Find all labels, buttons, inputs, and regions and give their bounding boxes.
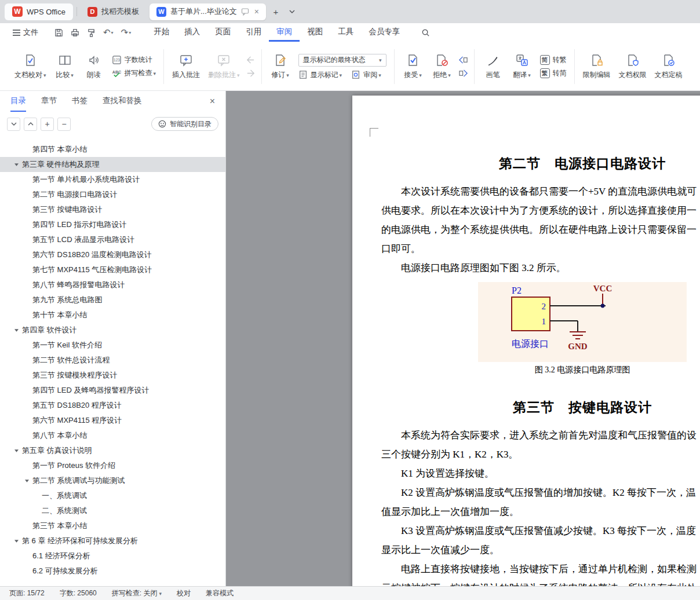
track-changes-button[interactable]: 修订 — [266, 45, 295, 89]
format-painter-icon[interactable] — [87, 28, 96, 37]
search-icon[interactable] — [421, 28, 430, 37]
tab-list-chevron-icon[interactable] — [286, 5, 298, 18]
toc-item[interactable]: 二、系统测试 — [0, 503, 225, 518]
undo-button[interactable]: ↶▾ — [103, 27, 114, 38]
toc-item[interactable]: 第三节 按键模块程序设计 — [0, 368, 225, 383]
toc-item[interactable]: 第六节 MXP4115 程序设计 — [0, 413, 225, 428]
redo-caret-icon[interactable]: ▾ — [129, 30, 131, 35]
zoom-out-level-button[interactable]: − — [57, 118, 71, 131]
ribbon-tab[interactable]: 引用 — [238, 23, 269, 42]
toc-item[interactable]: 第六节 DS18B20 温度检测电路设计 — [0, 247, 225, 262]
tab-document[interactable]: W 基于单片...毕业论文 × — [150, 3, 266, 20]
expand-arrow-icon[interactable] — [14, 163, 22, 167]
ribbon-tab[interactable]: 会员专享 — [361, 23, 407, 42]
expand-arrow-icon[interactable] — [14, 328, 22, 332]
print-icon[interactable] — [71, 28, 79, 37]
toc-item[interactable]: 第三章 硬件结构及原理 — [0, 157, 225, 172]
insert-comment-button[interactable]: 插入批注 — [168, 45, 204, 89]
doc-proofing-button[interactable]: 文档校对 — [10, 45, 50, 89]
document-canvas[interactable]: 第二节 电源接口电路设计 本次设计系统需要供电的设备都只需要一个+5V 的直流电… — [226, 91, 700, 586]
toc-item[interactable]: 第十节 本章小结 — [0, 308, 225, 323]
page-indicator[interactable]: 页面: 15/72 — [9, 588, 45, 598]
zoom-in-level-button[interactable]: + — [41, 118, 54, 131]
toc-item[interactable]: 6.1 经济环保分析 — [0, 548, 225, 564]
toc-item[interactable]: 第一节 Proteus 软件介绍 — [0, 458, 225, 473]
expand-arrow-icon[interactable] — [14, 449, 22, 453]
review-options-button[interactable]: 审阅 — [351, 70, 381, 80]
save-icon[interactable] — [54, 28, 63, 37]
track-changes-icon — [274, 53, 287, 67]
panel-tab[interactable]: 查找和替换 — [103, 91, 142, 112]
toc-item[interactable]: 第五章 仿真设计说明 — [0, 443, 225, 458]
close-panel-icon[interactable]: × — [210, 97, 215, 106]
ribbon-tab[interactable]: 插入 — [177, 23, 207, 42]
word-count-button[interactable]: 123 字数统计 — [112, 55, 156, 65]
svg-text:ABC: ABC — [112, 70, 121, 75]
collapse-all-button[interactable] — [7, 118, 20, 131]
proofread-button[interactable]: 校对 — [177, 588, 191, 598]
read-aloud-button[interactable]: 朗读 — [79, 45, 108, 89]
file-menu-button[interactable]: 文件 — [9, 27, 42, 38]
toc-item[interactable]: 第二节 系统调试与功能测试 — [0, 473, 225, 488]
compare-button[interactable]: 比较 — [50, 45, 79, 89]
compat-mode-indicator[interactable]: 兼容模式 — [206, 588, 234, 598]
toc-item[interactable]: 第 6 章 经济环保和可持续发展分析 — [0, 533, 225, 548]
ink-pen-button[interactable]: 画笔 — [479, 45, 508, 89]
markup-state-select[interactable]: 显示标记的最终状态 — [298, 54, 387, 67]
ribbon-tab[interactable]: 开始 — [146, 23, 177, 42]
accept-revision-button[interactable]: 接受 — [399, 45, 428, 89]
toc-item[interactable]: 第五节 DS18B20 程序设计 — [0, 398, 225, 413]
toc-item[interactable]: 第四节 本章小结 — [0, 142, 225, 157]
toc-item[interactable]: 第一节 Keil 软件介绍 — [0, 338, 225, 353]
show-markup-button[interactable]: 显示标记 — [298, 70, 342, 80]
toc-item[interactable]: 一、系统调试 — [0, 488, 225, 503]
redo-button[interactable]: ↷▾ — [121, 27, 132, 38]
ribbon-tab[interactable]: 工具 — [330, 23, 361, 42]
toc-item[interactable]: 第一节 单片机最小系统电路设计 — [0, 172, 225, 187]
toc-item[interactable]: 第三节 按键电路设计 — [0, 202, 225, 217]
panel-tab[interactable]: 书签 — [72, 91, 88, 112]
toc-item[interactable]: 第四章 软件设计 — [0, 323, 225, 338]
tab-docer-template[interactable]: D 找稻壳模板 — [81, 3, 146, 20]
undo-caret-icon[interactable]: ▾ — [111, 30, 114, 35]
toc-item[interactable]: 第九节 系统总电路图 — [0, 292, 225, 308]
spell-check-button[interactable]: ABC 拼写检查 — [112, 68, 156, 78]
ribbon-tab[interactable]: 视图 — [300, 23, 330, 42]
toc-item[interactable]: 第四节 LED 指示灯电路设计 — [0, 217, 225, 232]
ribbon-tab[interactable]: 审阅 — [269, 23, 300, 42]
spell-check-status[interactable]: 拼写检查: 关闭 — [112, 588, 162, 598]
wps-home-tab[interactable]: W WPS Office — [5, 3, 73, 20]
previous-comment-icon — [246, 56, 256, 64]
translate-button[interactable]: 翻译 — [508, 45, 537, 89]
reject-revision-button[interactable]: 拒绝 — [428, 45, 457, 89]
new-tab-button[interactable]: + — [269, 5, 282, 18]
toc-item[interactable]: 第四节 LED 及蜂鸣器报警程序设计 — [0, 383, 225, 398]
finalize-document-button[interactable]: 文档定稿 — [651, 45, 687, 89]
toc-item[interactable]: 第二节 软件总设计流程 — [0, 353, 225, 368]
simplified-to-traditional-button[interactable]: 简 转繁 — [540, 55, 567, 65]
toc-item[interactable]: 第八节 蜂鸣器报警电路设计 — [0, 277, 225, 292]
toc-item[interactable]: 第三节 本章小结 — [0, 518, 225, 533]
document-page[interactable]: 第二节 电源接口电路设计 本次设计系统需要供电的设备都只需要一个+5V 的直流电… — [352, 96, 700, 586]
expand-arrow-icon[interactable] — [14, 539, 22, 543]
toc-item[interactable]: 第七节 MXP4115 气压检测电路设计 — [0, 262, 225, 277]
toc-item[interactable]: 第二节 电源接口电路设计 — [0, 187, 225, 202]
restrict-editing-button[interactable]: 限制编辑 — [579, 45, 615, 89]
close-tab-icon[interactable]: × — [254, 8, 259, 16]
next-revision-icon[interactable] — [458, 69, 468, 78]
panel-tab[interactable]: 章节 — [41, 91, 57, 112]
ribbon-tab[interactable]: 页面 — [207, 23, 238, 42]
wps-window: W WPS Office D 找稻壳模板 W 基于单片...毕业论文 × + 文… — [0, 0, 700, 600]
smart-toc-button[interactable]: 智能识别目录 — [151, 117, 218, 131]
toc-item[interactable]: 第八节 本章小结 — [0, 428, 225, 443]
expand-arrow-icon[interactable] — [24, 479, 32, 483]
word-count-indicator[interactable]: 字数: 25060 — [60, 588, 97, 598]
hamburger-icon — [13, 30, 20, 36]
toc-item[interactable]: 第五节 LCD 液晶显示电路设计 — [0, 232, 225, 247]
previous-revision-icon[interactable] — [458, 56, 468, 64]
toc-item[interactable]: 6.2 可持续发展分析 — [0, 564, 225, 579]
traditional-to-simplified-button[interactable]: 繁 转简 — [540, 68, 567, 78]
panel-tab[interactable]: 目录 — [10, 91, 26, 112]
expand-all-button[interactable] — [24, 118, 37, 131]
document-permission-button[interactable]: 文档权限 — [615, 45, 651, 89]
